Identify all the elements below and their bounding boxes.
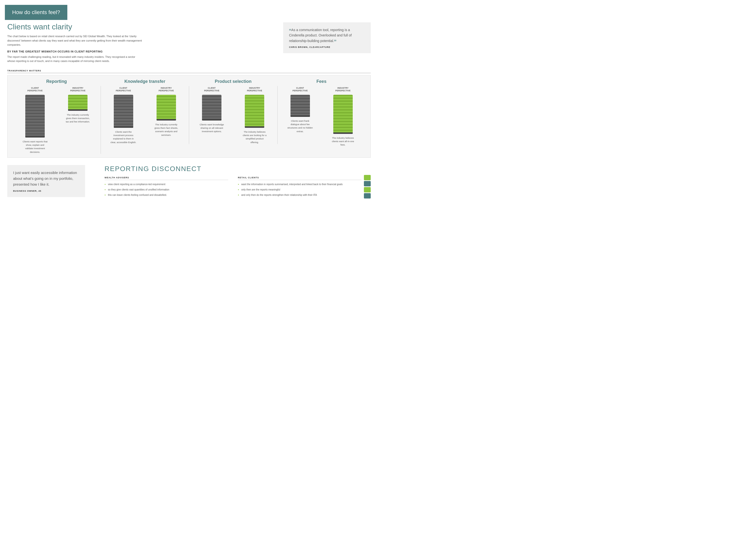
chart-container: Reporting Knowledge transfer Product sel… xyxy=(7,75,371,158)
bar-green xyxy=(157,95,176,119)
list-item: and only then do the reports strengthen … xyxy=(238,193,362,197)
bar-wrapper xyxy=(157,95,176,121)
col-label: CLIENTPERSPECTIVE xyxy=(27,86,43,93)
col-label: CLIENTPERSPECTIVE xyxy=(292,86,308,93)
chart-col-product-client: CLIENTPERSPECTIVE Clients want knowledge… xyxy=(198,86,225,133)
category-knowledge: Knowledge transfer xyxy=(101,79,189,84)
green-block-2 xyxy=(364,181,371,186)
chart-col-fees-client: CLIENTPERSPECTIVE Clients want frank dia… xyxy=(287,86,314,133)
bar-wrapper xyxy=(245,95,264,128)
bar-wrapper xyxy=(68,95,88,111)
disconnect-columns: WEALTH ADVISERS view client reporting as… xyxy=(104,176,362,199)
bar-dark xyxy=(290,95,310,115)
bottom-row: I just want easily accessible informatio… xyxy=(7,165,371,199)
quote-box-top: As a communication tool, reporting is a … xyxy=(283,22,371,53)
bar-base xyxy=(202,119,221,121)
list-item: want the information in reports summaris… xyxy=(238,183,362,186)
intro-text: The chart below is based on retail clien… xyxy=(7,34,143,47)
chart-section-reporting: CLIENTPERSPECTIVE Clients want reports t… xyxy=(13,86,101,154)
col-desc: Clients want knowledge sharing on all re… xyxy=(198,123,225,133)
col-desc: Clients want the investment process expl… xyxy=(110,130,137,144)
wealth-list: view client reporting as a compliance-le… xyxy=(104,183,228,197)
chart-section-fees: CLIENTPERSPECTIVE Clients want frank dia… xyxy=(277,86,366,147)
bar-green xyxy=(245,95,264,127)
col-desc: The industry currently gives them fact s… xyxy=(153,123,180,137)
main-content: Clients want clarity The chart below is … xyxy=(0,20,378,203)
quote-box-bottom: I just want easily accessible informatio… xyxy=(7,165,85,197)
bar-base xyxy=(25,136,45,137)
decorative-blocks xyxy=(364,175,371,199)
green-block-4 xyxy=(364,193,371,199)
col-label: CLIENTPERSPECTIVE xyxy=(116,86,131,93)
bar-base xyxy=(245,127,264,128)
col-label: INDUSTRYPERSPECTIVE xyxy=(335,86,351,93)
bar-dark xyxy=(114,95,133,127)
col-label: INDUSTRYPERSPECTIVE xyxy=(159,86,174,93)
list-item: view client reporting as a compliance-le… xyxy=(104,183,228,186)
chart-col-product-industry: INDUSTRYPERSPECTIVE The industry believe… xyxy=(241,86,268,144)
retail-col-title: RETAIL CLIENTS xyxy=(238,176,362,180)
disconnect-col-retail: RETAIL CLIENTS want the information in r… xyxy=(238,176,362,199)
reporting-disconnect: REPORTING DISCONNECT WEALTH ADVISERS vie… xyxy=(104,165,362,199)
bar-base xyxy=(157,119,176,121)
list-item: this can leave clients feeling confused … xyxy=(104,193,228,197)
col-desc: The industry believes clients want all-i… xyxy=(330,136,356,147)
chart-col-fees-industry: INDUSTRYPERSPECTIVE The industry believe… xyxy=(330,86,356,147)
bar-dark xyxy=(25,95,45,136)
bar-base xyxy=(68,109,88,111)
category-reporting: Reporting xyxy=(13,79,101,84)
chart-section-knowledge: CLIENTPERSPECTIVE Clients want the inves… xyxy=(101,86,189,144)
chart-col-knowledge-client: CLIENTPERSPECTIVE Clients want the inves… xyxy=(110,86,137,144)
chart-body: CLIENTPERSPECTIVE Clients want reports t… xyxy=(13,86,365,154)
bar-green xyxy=(68,95,88,109)
bar-wrapper xyxy=(290,95,310,117)
disconnect-title: REPORTING DISCONNECT xyxy=(104,165,362,173)
report-text: The report made challenging reading, but… xyxy=(7,55,143,63)
quote-bottom-attribution: BUSINESS OWNER, 45 xyxy=(13,190,79,192)
list-item: so they give clients vast quantities of … xyxy=(104,188,228,192)
category-product: Product selection xyxy=(189,79,277,84)
chart-categories: Reporting Knowledge transfer Product sel… xyxy=(13,79,365,84)
header-banner: How do clients feel? xyxy=(5,5,67,20)
quote-top-attribution: CHRIS BROWN, CLEARCAPTURE xyxy=(289,46,365,48)
list-item: only then are the reports meaningful xyxy=(238,188,362,192)
bar-base xyxy=(114,127,133,128)
quote-bottom-text: I just want easily accessible informatio… xyxy=(13,170,79,187)
disconnect-col-wealth: WEALTH ADVISERS view client reporting as… xyxy=(104,176,228,199)
mismatch-heading: BY FAR THE GREATEST MISMATCH OCCURS IN C… xyxy=(7,50,177,53)
left-content: Clients want clarity The chart below is … xyxy=(7,22,177,63)
category-fees: Fees xyxy=(277,79,365,84)
col-desc: Clients want reports that show, explain … xyxy=(22,140,48,154)
col-label: CLIENTPERSPECTIVE xyxy=(204,86,219,93)
bar-wrapper xyxy=(202,95,221,121)
bar-wrapper xyxy=(25,95,45,137)
chart-col-reporting-industry: INDUSTRYPERSPECTIVE The industry current… xyxy=(64,86,91,124)
bar-green xyxy=(333,95,353,132)
bar-base xyxy=(333,132,353,134)
green-block-3 xyxy=(364,187,371,192)
bar-dark xyxy=(202,95,221,119)
quote-top-text: As a communication tool, reporting is a … xyxy=(289,27,365,43)
green-block-1 xyxy=(364,175,371,180)
top-row: Clients want clarity The chart below is … xyxy=(7,22,371,63)
chart-section-product: CLIENTPERSPECTIVE Clients want knowledge… xyxy=(189,86,277,144)
bar-wrapper xyxy=(333,95,353,134)
col-desc: Clients want frank dialogue about fee st… xyxy=(287,119,314,133)
bar-wrapper xyxy=(114,95,133,128)
col-label: INDUSTRYPERSPECTIVE xyxy=(70,86,86,93)
col-desc: The industry believes clients are lookin… xyxy=(241,130,268,144)
wealth-col-title: WEALTH ADVISERS xyxy=(104,176,228,180)
col-desc: The industry currently gives them transa… xyxy=(64,113,91,124)
retail-list: want the information in reports summaris… xyxy=(238,183,362,197)
page-title: Clients want clarity xyxy=(7,22,177,31)
page-header-title: How do clients feel? xyxy=(12,9,60,15)
col-label: INDUSTRYPERSPECTIVE xyxy=(247,86,262,93)
chart-col-reporting-client: CLIENTPERSPECTIVE Clients want reports t… xyxy=(22,86,48,154)
bar-base xyxy=(290,115,310,117)
transparency-label: TRANSPARENCY MATTERS xyxy=(7,70,371,73)
chart-col-knowledge-industry: INDUSTRYPERSPECTIVE The industry current… xyxy=(153,86,180,137)
